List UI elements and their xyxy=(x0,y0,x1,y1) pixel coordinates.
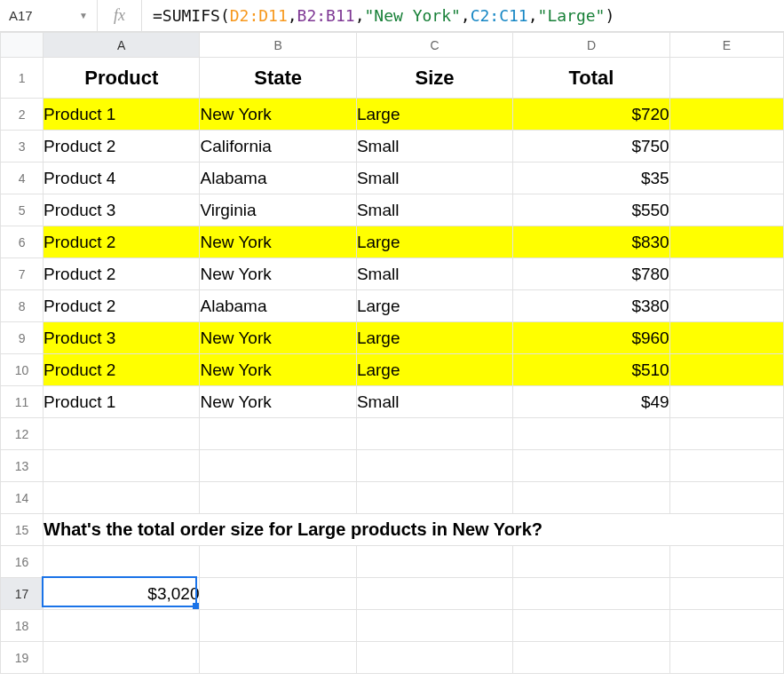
cell-D13[interactable] xyxy=(513,450,669,482)
cell-E4[interactable] xyxy=(669,162,783,194)
row-header-4[interactable]: 4 xyxy=(1,162,44,194)
cell-B16[interactable] xyxy=(200,546,356,578)
cell-size[interactable]: Large xyxy=(356,354,512,386)
question-text[interactable]: What's the total order size for Large pr… xyxy=(44,514,784,546)
cell-E5[interactable] xyxy=(669,194,783,226)
cell-E2[interactable] xyxy=(669,99,783,131)
cell-total[interactable]: $750 xyxy=(513,131,669,162)
cell-C19[interactable] xyxy=(356,642,512,674)
select-all-corner[interactable] xyxy=(1,33,44,58)
cell-total[interactable]: $780 xyxy=(513,258,669,290)
name-box-dropdown-icon[interactable]: ▼ xyxy=(79,11,88,20)
cell-C14[interactable] xyxy=(356,482,512,514)
cell-E11[interactable] xyxy=(669,386,783,418)
cell-A14[interactable] xyxy=(44,482,200,514)
cell-product[interactable]: Product 4 xyxy=(44,162,200,194)
cell-state[interactable]: California xyxy=(200,131,356,162)
cell-total[interactable]: $35 xyxy=(513,162,669,194)
col-header-A[interactable]: A xyxy=(44,33,200,58)
cell-state[interactable]: Alabama xyxy=(200,162,356,194)
cell-E6[interactable] xyxy=(669,226,783,258)
cell-E14[interactable] xyxy=(669,482,783,514)
cell-A19[interactable] xyxy=(44,642,200,674)
cell-E19[interactable] xyxy=(669,642,783,674)
cell-C17[interactable] xyxy=(356,578,512,610)
cell-product[interactable]: Product 2 xyxy=(44,131,200,162)
cell-E8[interactable] xyxy=(669,290,783,322)
cell-total[interactable]: $550 xyxy=(513,194,669,226)
row-header-13[interactable]: 13 xyxy=(1,450,44,482)
cell-E12[interactable] xyxy=(669,418,783,450)
cell-E1[interactable] xyxy=(669,58,783,99)
header-size[interactable]: Size xyxy=(356,58,512,99)
row-header-6[interactable]: 6 xyxy=(1,226,44,258)
cell-size[interactable]: Small xyxy=(356,162,512,194)
cell-size[interactable]: Large xyxy=(356,290,512,322)
cell-A18[interactable] xyxy=(44,610,200,642)
row-header-9[interactable]: 9 xyxy=(1,322,44,354)
cell-state[interactable]: New York xyxy=(200,386,356,418)
cell-A16[interactable] xyxy=(44,546,200,578)
row-header-16[interactable]: 16 xyxy=(1,546,44,578)
cell-total[interactable]: $380 xyxy=(513,290,669,322)
cell-total[interactable]: $960 xyxy=(513,322,669,354)
cell-B12[interactable] xyxy=(200,418,356,450)
cell-state[interactable]: New York xyxy=(200,354,356,386)
cell-size[interactable]: Small xyxy=(356,258,512,290)
col-header-B[interactable]: B xyxy=(200,33,356,58)
cell-D12[interactable] xyxy=(513,418,669,450)
cell-E13[interactable] xyxy=(669,450,783,482)
cell-E16[interactable] xyxy=(669,546,783,578)
cell-C18[interactable] xyxy=(356,610,512,642)
cell-B14[interactable] xyxy=(200,482,356,514)
cell-D17[interactable] xyxy=(513,578,669,610)
cell-product[interactable]: Product 2 xyxy=(44,354,200,386)
cell-total[interactable]: $49 xyxy=(513,386,669,418)
cell-size[interactable]: Large xyxy=(356,99,512,131)
row-header-19[interactable]: 19 xyxy=(1,642,44,674)
cell-size[interactable]: Large xyxy=(356,322,512,354)
cell-state[interactable]: New York xyxy=(200,226,356,258)
row-header-14[interactable]: 14 xyxy=(1,482,44,514)
row-header-12[interactable]: 12 xyxy=(1,418,44,450)
cell-product[interactable]: Product 3 xyxy=(44,322,200,354)
row-header-17[interactable]: 17 xyxy=(1,578,44,610)
cell-size[interactable]: Large xyxy=(356,226,512,258)
cell-product[interactable]: Product 2 xyxy=(44,258,200,290)
cell-E18[interactable] xyxy=(669,610,783,642)
cell-B13[interactable] xyxy=(200,450,356,482)
name-box[interactable]: A17 ▼ xyxy=(0,0,98,31)
cell-E17[interactable] xyxy=(669,578,783,610)
cell-D14[interactable] xyxy=(513,482,669,514)
cell-B17[interactable] xyxy=(200,578,356,610)
cell-state[interactable]: Virginia xyxy=(200,194,356,226)
col-header-C[interactable]: C xyxy=(356,33,512,58)
cell-D19[interactable] xyxy=(513,642,669,674)
cell-state[interactable]: New York xyxy=(200,322,356,354)
spreadsheet-grid[interactable]: A B C D E 1ProductStateSizeTotal2Product… xyxy=(0,32,784,674)
cell-total[interactable]: $510 xyxy=(513,354,669,386)
cell-A12[interactable] xyxy=(44,418,200,450)
cell-state[interactable]: New York xyxy=(200,99,356,131)
header-state[interactable]: State xyxy=(200,58,356,99)
row-header-7[interactable]: 7 xyxy=(1,258,44,290)
cell-product[interactable]: Product 2 xyxy=(44,290,200,322)
cell-product[interactable]: Product 3 xyxy=(44,194,200,226)
cell-state[interactable]: Alabama xyxy=(200,290,356,322)
row-header-5[interactable]: 5 xyxy=(1,194,44,226)
row-header-2[interactable]: 2 xyxy=(1,99,44,131)
fx-icon[interactable]: fx xyxy=(98,0,142,31)
row-header-3[interactable]: 3 xyxy=(1,131,44,162)
cell-E7[interactable] xyxy=(669,258,783,290)
col-header-D[interactable]: D xyxy=(513,33,669,58)
cell-D16[interactable] xyxy=(513,546,669,578)
cell-product[interactable]: Product 1 xyxy=(44,99,200,131)
header-product[interactable]: Product xyxy=(44,58,200,99)
cell-total[interactable]: $830 xyxy=(513,226,669,258)
cell-size[interactable]: Small xyxy=(356,386,512,418)
cell-total[interactable]: $720 xyxy=(513,99,669,131)
cell-E3[interactable] xyxy=(669,131,783,162)
cell-E9[interactable] xyxy=(669,322,783,354)
formula-input[interactable]: =SUMIFS(D2:D11,B2:B11,"New York",C2:C11,… xyxy=(142,0,784,31)
cell-product[interactable]: Product 2 xyxy=(44,226,200,258)
